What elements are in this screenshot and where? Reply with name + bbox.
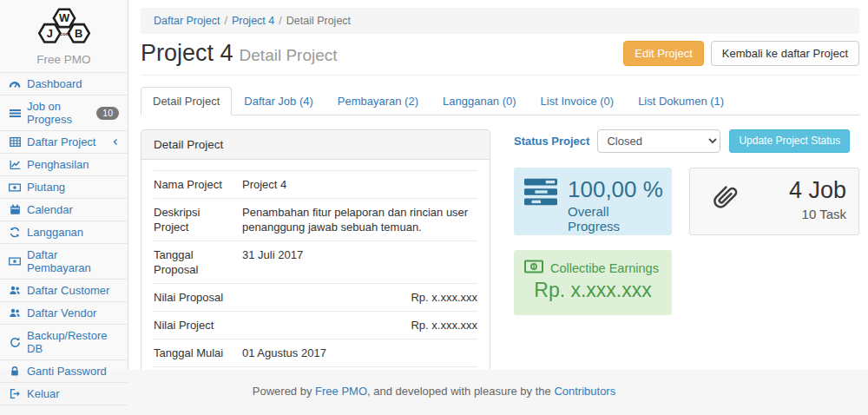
table-icon [9, 136, 21, 148]
money-icon [9, 181, 21, 194]
table-row: Nilai Project Rp. x.xxx.xxx [154, 311, 477, 339]
sidebar-item-job-on-progress[interactable]: Job on Progress 10 [0, 95, 128, 130]
sidebar-item-backup-restore-db[interactable]: Backup/Restore DB [0, 324, 128, 359]
sidebar-item-penghasilan[interactable]: Penghasilan [0, 153, 128, 175]
tab-daftar-job[interactable]: Daftar Job (4) [232, 87, 325, 115]
sidebar-item-langganan[interactable]: Langganan [0, 221, 128, 243]
job-count-value: 4 Job [789, 179, 846, 201]
panel-title: Detail Project [141, 130, 490, 160]
job-count-badge: 10 [96, 107, 119, 120]
sign-out-icon [9, 388, 21, 399]
dashboard-icon [9, 78, 21, 90]
lock-icon [9, 366, 21, 377]
edit-project-button[interactable]: Edit Project [623, 41, 703, 66]
users-icon [9, 285, 21, 296]
status-project-label: Status Project [514, 135, 589, 148]
contributors-link[interactable]: Contributors [554, 385, 615, 398]
table-row: Tanggal Mulai 01 Agustus 2017 [154, 339, 477, 366]
sidebar-item-label: Piutang [27, 181, 65, 194]
logo-box: J W B .com Free PMO [0, 0, 128, 66]
sidebar-item-label: Keluar [27, 387, 60, 400]
collectible-earnings-value: Rp. x.xxx.xxx [524, 279, 661, 302]
table-row: Nilai Proposal Rp. x.xxx.xxx [154, 283, 477, 311]
breadcrumb-separator: / [224, 15, 227, 27]
overall-progress-card: 100,00 % Overall Progress [514, 168, 672, 235]
svg-text:.com: .com [57, 31, 69, 36]
table-row: Deskripsi Project Penambahan fitur pelap… [154, 198, 477, 240]
money-icon [524, 260, 543, 276]
job-count-card: 4 Job 10 Task [689, 168, 859, 235]
sidebar-item-label: Langganan [27, 226, 83, 239]
page-footer: Powered by Free PMO, and developed with … [0, 370, 868, 398]
sidebar-item-label: Ganti Password [27, 365, 107, 378]
money-icon [9, 255, 21, 267]
free-pmo-link[interactable]: Free PMO [315, 385, 367, 398]
collectible-earnings-card: Collectibe Earnings Rp. x.xxx.xxx [514, 250, 672, 315]
sidebar-item-label: Penghasilan [27, 158, 89, 171]
detail-project-panel: Detail Project Nama Project Project 4 De… [141, 129, 490, 370]
breadcrumb-current: Detail Project [286, 15, 351, 27]
sidebar-item-label: Daftar Pembayaran [27, 248, 119, 274]
table-row: Nama Project Project 4 [154, 170, 477, 198]
sidebar-item-label: Daftar Vendor [27, 306, 96, 319]
header-divider [141, 75, 859, 76]
tab-detail-project[interactable]: Detail Project [141, 87, 232, 115]
sidebar-item-calendar[interactable]: Calendar [0, 198, 128, 221]
sidebar-item-label: Dashboard [27, 77, 82, 90]
footer-text: Powered by [253, 385, 315, 398]
sidebar-item-daftar-pembayaran[interactable]: Daftar Pembayaran [0, 243, 128, 279]
footer-text: , and developed with pleasure by the [367, 385, 554, 398]
breadcrumb-daftar-project[interactable]: Daftar Project [154, 15, 220, 27]
page-title-text: Project 4 [141, 40, 233, 66]
page-subtitle: Detail Project [240, 46, 338, 64]
right-column: Status Project Closed Update Project Sta… [514, 129, 859, 370]
calendar-icon [9, 204, 21, 215]
svg-text:W: W [58, 11, 69, 24]
main-content: Daftar Project/Project 4/Detail Project … [128, 0, 868, 370]
svg-text:J: J [46, 27, 52, 40]
sidebar-item-daftar-project[interactable]: Daftar Project [0, 130, 128, 153]
overall-progress-value: 100,00 % [568, 178, 663, 201]
users-icon [9, 307, 21, 319]
sidebar-menu: Dashboard Job on Progress 10 Daftar Proj… [0, 72, 128, 405]
svg-text:B: B [75, 27, 82, 40]
tasks-icon [524, 178, 557, 225]
tab-bar: Detail Project Daftar Job (4) Pembayaran… [141, 87, 859, 115]
sidebar-item-label: Calendar [27, 203, 73, 216]
sidebar-item-piutang[interactable]: Piutang [0, 175, 128, 198]
back-to-project-list-button[interactable]: Kembali ke daftar Project [711, 41, 859, 66]
sidebar-item-ganti-password[interactable]: Ganti Password [0, 359, 128, 382]
app-window: J W B .com Free PMO Dashboard Job on Pro… [0, 0, 868, 370]
breadcrumb-separator: / [279, 15, 281, 27]
tab-langganan[interactable]: Langganan (0) [431, 87, 529, 115]
refresh-icon [9, 337, 21, 348]
breadcrumb-project-4[interactable]: Project 4 [232, 15, 274, 27]
sidebar-item-keluar[interactable]: Keluar [0, 382, 128, 405]
sidebar: J W B .com Free PMO Dashboard Job on Pro… [0, 0, 128, 370]
retweet-icon [9, 227, 21, 238]
sidebar-item-daftar-vendor[interactable]: Daftar Vendor [0, 301, 128, 324]
table-row: Tanggal Selesai 16 Agustus 2017 [154, 366, 477, 370]
page-header: Project 4Detail Project Edit Project Kem… [141, 40, 859, 67]
sidebar-item-daftar-customer[interactable]: Daftar Customer [0, 279, 128, 301]
tab-list-invoice[interactable]: List Invoice (0) [529, 87, 627, 115]
paperclip-icon [702, 179, 742, 224]
brand-name: Free PMO [0, 53, 128, 66]
tab-list-dokumen[interactable]: List Dokumen (1) [626, 87, 736, 115]
tab-pembayaran[interactable]: Pembayaran (2) [326, 87, 431, 115]
sidebar-item-label: Daftar Customer [27, 284, 109, 297]
sidebar-item-label: Daftar Project [27, 135, 95, 148]
bars-icon [9, 108, 21, 119]
sidebar-item-label: Job on Progress [27, 100, 90, 126]
table-row: Tanggal Proposal 31 Juli 2017 [154, 240, 477, 283]
update-project-status-button[interactable]: Update Project Status [729, 129, 850, 153]
collectible-earnings-label: Collectibe Earnings [550, 261, 659, 275]
status-project-select[interactable]: Closed [597, 129, 720, 153]
task-count-value: 10 Task [789, 207, 846, 221]
sidebar-item-label: Backup/Restore DB [27, 329, 119, 355]
line-chart-icon [9, 159, 21, 170]
sidebar-item-dashboard[interactable]: Dashboard [0, 72, 128, 95]
overall-progress-label: Overall Progress [568, 204, 663, 234]
page-title: Project 4Detail Project [141, 40, 338, 67]
breadcrumb: Daftar Project/Project 4/Detail Project [141, 8, 859, 34]
